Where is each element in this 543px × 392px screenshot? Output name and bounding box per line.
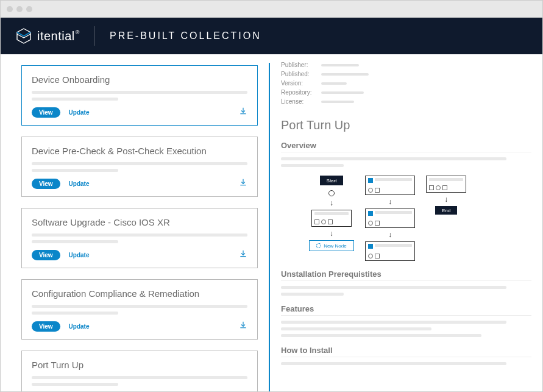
app-header: itential® PRE-BUILT COLLECTION — [1, 18, 542, 54]
text-placeholder — [281, 334, 481, 337]
arrow-down-icon: ↓ — [388, 233, 392, 237]
card-footer: ViewUpdate — [32, 178, 247, 189]
text-placeholder — [281, 293, 344, 296]
text-placeholder — [32, 91, 247, 94]
meta-label-published: Published: — [281, 71, 313, 77]
arrow-down-icon: ↓ — [388, 200, 392, 204]
diagram-node — [365, 208, 415, 228]
collection-card[interactable]: Device Pre-Check & Post-Check ExecutionV… — [21, 137, 258, 197]
meta-label-publisher: Publisher: — [281, 62, 313, 68]
collection-card[interactable]: Device OnboardingViewUpdate — [21, 65, 258, 126]
text-placeholder — [281, 327, 431, 330]
card-title: Device Onboarding — [32, 74, 247, 85]
section-how-install: How to Install — [281, 346, 531, 357]
meta-label-version: Version: — [281, 80, 313, 87]
diagram-node — [426, 176, 466, 193]
chrome-dot — [26, 6, 32, 12]
diagram-node — [365, 176, 415, 195]
collection-card[interactable]: Configuration Compliance & RemediationVi… — [21, 279, 258, 340]
meta-value-placeholder — [321, 64, 359, 66]
card-title: Software Upgrade - Cisco IOS XR — [32, 217, 247, 227]
diagram-start-circle — [328, 190, 335, 196]
download-icon[interactable] — [239, 107, 247, 118]
content-area: Device OnboardingViewUpdateDevice Pre-Ch… — [1, 54, 542, 392]
text-placeholder — [281, 362, 506, 365]
view-button[interactable]: View — [32, 107, 60, 118]
update-link[interactable]: Update — [69, 180, 90, 187]
view-button[interactable]: View — [32, 179, 60, 189]
download-icon[interactable] — [239, 249, 247, 260]
download-icon[interactable] — [239, 178, 247, 189]
text-placeholder — [281, 321, 506, 324]
brand-name: itential® — [37, 29, 80, 43]
diagram-node — [365, 241, 415, 261]
diagram-node — [311, 210, 352, 227]
text-placeholder — [281, 164, 344, 167]
meta-value-placeholder — [321, 91, 364, 94]
window-chrome — [1, 1, 542, 18]
view-button[interactable]: View — [32, 250, 60, 260]
text-placeholder — [32, 98, 118, 101]
detail-pane: Publisher: Published: Version: Repositor… — [270, 54, 542, 392]
meta-value-placeholder — [321, 82, 347, 85]
workflow-diagram: Start ↓ ↓ New Node ↓ ↓ ↓ End — [281, 176, 531, 261]
meta-label-repository: Repository: — [281, 89, 313, 96]
text-placeholder — [32, 169, 118, 172]
detail-title: Port Turn Up — [281, 118, 531, 132]
chrome-dot — [7, 6, 13, 12]
card-footer: ViewUpdate — [32, 321, 247, 332]
collection-card[interactable]: Software Upgrade - Cisco IOS XRViewUpdat… — [21, 208, 258, 268]
section-features: Features — [281, 304, 531, 316]
diagram-start: Start — [320, 176, 343, 185]
brand-logo: itential® — [15, 27, 80, 45]
section-install-prereq: Unstallation Prerequistites — [281, 269, 531, 281]
arrow-down-icon: ↓ — [330, 201, 333, 205]
diagram-end: End — [435, 206, 457, 215]
update-link[interactable]: Update — [69, 252, 90, 258]
card-footer: ViewUpdate — [32, 107, 247, 118]
meta-block: Publisher: Published: Version: Repositor… — [281, 62, 531, 105]
meta-value-placeholder — [321, 101, 354, 103]
diagram-new-node: New Node — [309, 240, 354, 251]
arrow-down-icon: ↓ — [444, 198, 448, 201]
page-title: PRE-BUILT COLLECTION — [110, 30, 261, 41]
section-overview: Overview — [281, 141, 531, 152]
text-placeholder — [32, 312, 118, 315]
download-icon[interactable] — [239, 321, 247, 332]
text-placeholder — [32, 162, 247, 165]
chrome-dot — [16, 6, 23, 12]
text-placeholder — [281, 157, 506, 160]
text-placeholder — [32, 240, 118, 243]
view-button[interactable]: View — [32, 321, 60, 332]
text-placeholder — [32, 305, 247, 308]
card-title: Port Turn Up — [32, 360, 247, 370]
meta-value-placeholder — [321, 73, 369, 76]
update-link[interactable]: Update — [69, 109, 90, 116]
card-title: Device Pre-Check & Post-Check Execution — [32, 146, 247, 156]
header-separator — [94, 26, 95, 46]
arrow-down-icon: ↓ — [330, 232, 333, 235]
text-placeholder — [32, 233, 247, 237]
text-placeholder — [281, 286, 506, 289]
update-link[interactable]: Update — [69, 323, 90, 330]
brand-logo-icon — [15, 27, 32, 45]
collection-card[interactable]: Port Turn UpViewUpdate — [21, 351, 258, 392]
collection-list: Device OnboardingViewUpdateDevice Pre-Ch… — [1, 54, 269, 392]
card-title: Configuration Compliance & Remediation — [32, 288, 247, 299]
text-placeholder — [32, 376, 247, 379]
text-placeholder — [32, 383, 118, 386]
card-footer: ViewUpdate — [32, 249, 247, 260]
meta-label-license: License: — [281, 98, 313, 105]
